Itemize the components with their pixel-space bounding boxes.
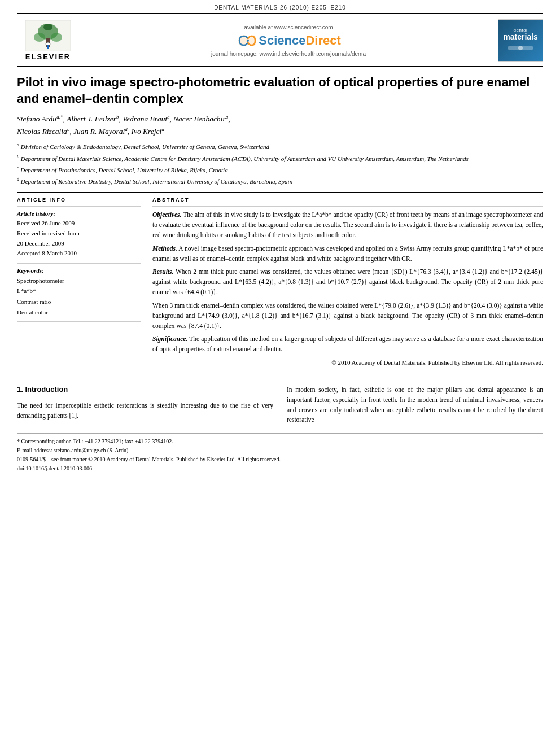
email-label-text: E-mail address: xyxy=(17,447,52,453)
affiliations: a Division of Cariology & Endodontology,… xyxy=(17,142,543,186)
authors: Stefano Ardua,*, Albert J. Feilzerb, Ved… xyxy=(17,112,543,137)
abstract-text: Objectives. The aim of this in vivo stud… xyxy=(152,210,543,368)
received-date: Received 26 June 2009 xyxy=(17,220,75,226)
affiliation-rule xyxy=(17,192,543,193)
objectives-text: The aim of this in vivo study is to inve… xyxy=(152,211,543,238)
affiliation-b: b Department of Dental Materials Science… xyxy=(17,154,543,164)
intro-right: In modern society, in fact, esthetic is … xyxy=(287,385,543,425)
svg-rect-7 xyxy=(47,45,49,49)
dental-materials-badge: dental materials xyxy=(498,19,543,62)
results-para2: When 3 mm thick enamel–dentin complex wa… xyxy=(152,301,543,331)
significance-para: Significance. The application of this me… xyxy=(152,334,543,355)
journal-header-text: DENTAL MATERIALS 26 (2010) e205–e210 xyxy=(214,5,346,11)
svg-point-5 xyxy=(43,24,53,30)
info-rule-bottom xyxy=(17,321,141,322)
results-text2: When 3 mm thick enamel–dentin complex wa… xyxy=(152,302,543,329)
logos-row: ELSEVIER available at www.sciencedirect.… xyxy=(0,14,560,66)
article-title: Pilot in vivo image spectro-photometric … xyxy=(17,75,543,107)
bottom-logo-rule xyxy=(17,66,543,67)
info-rule-top xyxy=(17,206,141,207)
doi-text: doi:10.1016/j.dental.2010.03.006 xyxy=(17,465,92,471)
corresponding-author: * Corresponding author. Tel.: +41 22 379… xyxy=(17,438,173,444)
abstract-heading: ABSTRACT xyxy=(152,197,543,203)
email-link[interactable]: stefano.ardu@unige.ch xyxy=(54,447,106,453)
doi-line: doi:10.1016/j.dental.2010.03.006 xyxy=(17,465,543,471)
svg-point-10 xyxy=(518,46,523,50)
footnote-area: * Corresponding author. Tel.: +41 22 379… xyxy=(17,433,543,471)
keywords-label: Keywords: xyxy=(17,267,141,274)
abstract-rule-top xyxy=(152,206,543,207)
available-text: available at www.sciencedirect.com xyxy=(244,24,333,30)
section-title: Introduction xyxy=(25,385,68,394)
intro-right-text: In modern society, in fact, esthetic is … xyxy=(287,385,543,425)
significance-label: Significance. xyxy=(152,335,187,342)
article-history-text: Received 26 June 2009 Received in revise… xyxy=(17,219,141,258)
sciencedirect-icon xyxy=(236,33,256,49)
intro-title: 1. Introduction xyxy=(17,385,273,396)
article-content: Pilot in vivo image spectro-photometric … xyxy=(0,75,560,471)
svg-point-8 xyxy=(247,40,249,42)
introduction-section: 1. Introduction The need for imperceptib… xyxy=(17,378,543,425)
section-number: 1. xyxy=(17,385,23,394)
article-history-label: Article history: xyxy=(17,210,141,217)
objectives-label: Objectives. xyxy=(152,211,181,218)
abstract-col: ABSTRACT Objectives. The aim of this in … xyxy=(152,197,543,368)
issn-text: 0109-5641/$ – see front matter © 2010 Ac… xyxy=(17,456,281,462)
keyword-2: L*a*b* xyxy=(17,287,36,294)
sciencedirect-text: ScienceDirect xyxy=(259,33,341,48)
svg-point-3 xyxy=(51,33,62,42)
significance-text: The application of this method on a larg… xyxy=(152,335,543,352)
received-revised-label: Received in revised form xyxy=(17,230,80,237)
intro-left-text: The need for imperceptible esthetic rest… xyxy=(17,401,273,421)
affiliation-c: c Department of Prosthodontics, Dental S… xyxy=(17,165,543,175)
received-revised-date: 20 December 2009 xyxy=(17,240,64,247)
email-suffix: (S. Ardu). xyxy=(107,447,130,453)
article-info-col: ARTICLE INFO Article history: Received 2… xyxy=(17,197,141,368)
badge-icon xyxy=(506,42,535,53)
copyright-line: © 2010 Academy of Dental Materials. Publ… xyxy=(152,358,543,368)
results-para: Results. When 2 mm thick pure enamel was… xyxy=(152,267,543,297)
badge-main-title: materials xyxy=(503,33,537,41)
objectives-para: Objectives. The aim of this in vivo stud… xyxy=(152,210,543,240)
keyword-1: Spectrophotometer xyxy=(17,277,64,284)
issn-line: 0109-5641/$ – see front matter © 2010 Ac… xyxy=(17,455,543,464)
keyword-4: Dental color xyxy=(17,309,48,316)
info-abstract-cols: ARTICLE INFO Article history: Received 2… xyxy=(17,197,543,368)
intro-two-col: 1. Introduction The need for imperceptib… xyxy=(17,385,543,425)
email-label: E-mail address: stefano.ardu@unige.ch (S… xyxy=(17,447,130,453)
page-wrapper: DENTAL MATERIALS 26 (2010) e205–e210 ELS… xyxy=(0,0,560,747)
methods-text: A novel image based spectro-photometric … xyxy=(152,245,543,262)
methods-label: Methods. xyxy=(152,245,177,252)
journal-homepage: journal homepage: www.intl.elsevierhealt… xyxy=(211,51,366,57)
keywords-list: Spectrophotometer L*a*b* Contrast ratio … xyxy=(17,276,141,318)
journal-header: DENTAL MATERIALS 26 (2010) e205–e210 xyxy=(0,0,560,13)
info-rule-mid xyxy=(17,263,141,264)
authors-text: Stefano Ardua,*, Albert J. Feilzerb, Ved… xyxy=(17,115,230,136)
methods-para: Methods. A novel image based spectro-pho… xyxy=(152,244,543,264)
svg-point-2 xyxy=(34,33,45,42)
elsevier-logo: ELSEVIER xyxy=(17,20,79,61)
keyword-3: Contrast ratio xyxy=(17,298,51,305)
results-text: When 2 mm thick pure enamel was consider… xyxy=(152,268,543,295)
sciencedirect-logo: ScienceDirect xyxy=(236,33,341,49)
results-label: Results. xyxy=(152,268,173,275)
intro-left: 1. Introduction The need for imperceptib… xyxy=(17,385,273,425)
affiliation-d: d Department of Restorative Dentistry, D… xyxy=(17,176,543,186)
affiliation-a: a Division of Cariology & Endodontology,… xyxy=(17,142,543,152)
accepted-date: Accepted 8 March 2010 xyxy=(17,250,77,256)
article-info-heading: ARTICLE INFO xyxy=(17,197,141,203)
footnote-corresponding: * Corresponding author. Tel.: +41 22 379… xyxy=(17,437,543,455)
elsevier-label: ELSEVIER xyxy=(25,53,71,61)
elsevier-tree-icon xyxy=(25,20,71,51)
center-logo: available at www.sciencedirect.com Scien… xyxy=(79,24,498,57)
